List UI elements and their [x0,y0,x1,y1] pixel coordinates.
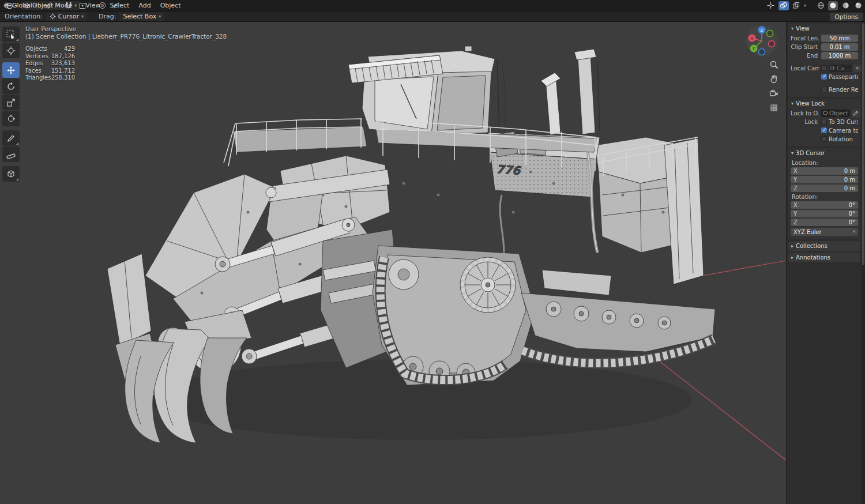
snap-magnet-icon[interactable] [63,1,74,10]
euler-order-dropdown[interactable]: XYZ Euler ▾ [791,228,858,236]
panel-view-lock-title: View Lock [796,100,825,107]
show-overlays-icon[interactable] [778,1,789,10]
transform-orientation-dropdown[interactable]: Global ▾ [0,1,40,10]
globe-icon [3,2,10,9]
falloff-curve-icon[interactable] [111,1,121,10]
viewport-nav-icons [768,59,780,114]
tool-scale[interactable] [2,95,20,110]
object-data-icon [823,111,828,115]
gizmo-z-label: Z [761,28,764,33]
local-camera-label: Local Cam... [791,65,819,72]
tool-add-cube[interactable] [2,166,20,182]
orientation-cursor-value: Cursor [58,13,79,20]
render-region-label: Render Regi... [829,86,858,93]
render-region-checkbox[interactable] [821,86,827,92]
focal-length-field[interactable]: 50 mm [821,35,858,42]
stat-row: Faces151,712 [25,67,75,75]
lock-label: Lock [791,119,819,125]
tool-rotate[interactable] [2,78,20,94]
navigation-gizmo[interactable]: Z X Y [745,24,778,58]
proportional-editing-icon[interactable] [97,1,107,10]
drag-mode-dropdown[interactable]: Select Box ▾ [119,12,164,21]
camera-to-view-checkbox[interactable] [821,127,827,133]
panel-view-title: View [796,25,810,32]
shading-rendered-icon[interactable] [853,1,863,10]
local-camera-clear-button[interactable]: ✕ [853,65,862,72]
clip-end-field[interactable]: 1000 m [821,52,858,59]
viewport-canvas[interactable]: 776 [0,22,786,504]
to-3d-cursor-checkbox[interactable] [821,119,827,125]
shading-solid-active[interactable] [828,1,838,10]
sidebar-scrollbar[interactable] [862,22,865,504]
shading-solid-icon [829,2,837,9]
lock-to-object-field[interactable]: Object [821,110,850,117]
cursor-crosshair-icon [50,13,56,20]
orientation-cursor-dropdown[interactable]: Cursor ▾ [46,12,87,21]
shading-wireframe-icon[interactable] [815,1,826,10]
menu-add[interactable]: Add [134,0,155,11]
drag-row-label: Drag: [99,13,116,20]
shading-material-icon[interactable] [840,1,851,10]
lock-to-object-label: Lock to O... [791,110,819,116]
gizmo-y-label: Y [752,47,755,51]
stat-row: Vertices187,126 [25,53,75,61]
perspective-toggle-icon[interactable] [768,102,780,114]
cursor-location-z[interactable]: Z0 m [791,185,858,192]
camera-data-icon [830,66,835,70]
xray-toggle-icon[interactable] [791,1,802,10]
panel-annotations-title: Annotations [796,254,830,261]
tool-annotate[interactable] [2,130,20,146]
tool-cursor[interactable] [2,43,20,58]
tool-select-box[interactable] [2,27,20,42]
options-button[interactable]: Options [830,13,863,21]
cursor-rotation-x[interactable]: X0° [791,201,858,209]
menu-object[interactable]: Object [156,0,185,11]
eyedropper-icon[interactable] [852,110,860,117]
lock-rotation-label: Rotation [829,136,853,142]
chevron-down-icon: ▾ [853,230,855,234]
chevron-down-icon: ▾ [81,14,84,19]
viewport-3d[interactable]: 776 [0,22,786,504]
cursor-location-y[interactable]: Y0 m [791,176,858,183]
tool-measure[interactable] [2,146,20,162]
clip-end-label: End [791,52,819,59]
focal-length-label: Focal Len... [791,35,819,42]
show-gizmo-icon[interactable] [766,1,776,10]
snap-chevron-icon[interactable]: ▾ [91,3,93,8]
cursor-location-x[interactable]: X0 m [791,167,858,175]
cursor-rotation-z[interactable]: Z0° [791,219,858,226]
clip-start-field[interactable]: 0.01 m [821,43,858,51]
zoom-icon[interactable] [768,59,780,70]
panel-annotations: ▸ Annotations [788,253,860,262]
panel-view: ▾ View Focal Len... 50 mm Clip Start 0.0… [788,24,860,97]
stat-row: Triangles258,310 [25,74,75,82]
tool-move[interactable] [2,62,20,78]
orientation-row-label: Orientation: [5,13,43,20]
panel-view-header[interactable]: ▾ View [788,24,860,33]
panel-3d-cursor-header[interactable]: ▾ 3D Cursor [788,148,860,158]
snap-target-icon[interactable] [77,1,88,10]
panel-collections-header[interactable]: ▸ Collections [788,241,860,251]
passepartout-checkbox[interactable] [821,74,827,80]
cursor-rotation-y[interactable]: Y0° [791,210,858,217]
drag-mode-value: Select Box [123,13,156,20]
pivot-chevron-icon[interactable]: ▾ [58,3,60,8]
panel-3d-cursor: ▾ 3D Cursor Location: X0 m Y0 m Z0 m Rot… [788,148,860,239]
local-camera-field[interactable]: Ca... [829,65,852,72]
camera-view-icon[interactable] [768,88,780,99]
orientation-label: Global [12,2,32,9]
local-camera-checkbox[interactable] [821,65,827,71]
chevron-down-icon: ▾ [35,3,37,8]
tool-transform[interactable] [2,111,20,126]
lock-rotation-checkbox[interactable] [821,136,827,142]
panel-collections-title: Collections [796,243,828,249]
shading-dropdown-chevron-icon[interactable]: ▾ [804,3,806,8]
pan-hand-icon[interactable] [768,73,780,85]
cursor-location-label: Location: [792,160,857,166]
chevron-down-icon: ▾ [791,27,793,31]
panel-annotations-header[interactable]: ▸ Annotations [788,253,860,262]
chevron-down-icon: ▾ [791,101,793,106]
panel-view-lock-header[interactable]: ▾ View Lock [788,99,860,108]
pivot-point-icon[interactable] [44,1,54,10]
chevron-down-icon: ▾ [159,14,161,19]
